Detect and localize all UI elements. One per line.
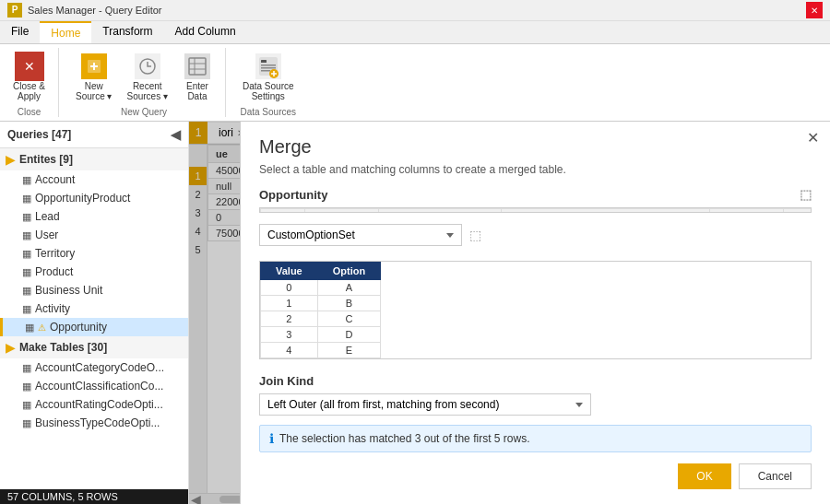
data-source-settings-label: Data SourceSettings [243, 81, 294, 101]
merge-table-1-container[interactable]: ue prioritycode new_customoptionset _cam… [259, 207, 812, 213]
sidebar-scroll[interactable]: ▶ Entites [9] ▦ Account ▦ OpportunityPro… [0, 148, 188, 489]
recent-sources-svg [138, 57, 157, 76]
merge-table-1: ue prioritycode new_customoptionset _cam… [260, 208, 812, 213]
tab-transform[interactable]: Transform [91, 21, 163, 43]
table-icon-business-unit: ▦ [22, 285, 31, 297]
enter-data-svg [187, 56, 208, 76]
customoptionset-dropdown[interactable]: CustomOptionSet [259, 224, 462, 246]
sidebar-group-entites-header[interactable]: ▶ Entites [9] [0, 148, 188, 170]
sidebar-item-user[interactable]: ▦ User [0, 226, 188, 244]
tab-home[interactable]: Home [40, 21, 91, 43]
merge-section-1-icon[interactable]: ⬚ [800, 187, 812, 202]
folder-icon-entites: ▶ [6, 152, 16, 167]
table-icon-account-rating: ▦ [22, 399, 31, 411]
folder-icon-make-tables: ▶ [6, 340, 16, 355]
sidebar-item-opportunity-label: Opportunity [50, 321, 107, 334]
sidebar-item-account-category[interactable]: ▦ AccountCategoryCodeO... [0, 358, 188, 377]
cancel-button[interactable]: Cancel [739, 463, 812, 489]
option-table-cell: 3 [261, 327, 318, 343]
option-table-cell: E [317, 343, 380, 358]
option-col-value[interactable]: Value [261, 263, 318, 280]
option-col-option[interactable]: Option [317, 263, 380, 280]
close-apply-icon [15, 52, 44, 81]
sidebar-item-product[interactable]: ▦ Product [0, 263, 188, 281]
data-source-settings-button[interactable]: Data SourceSettings [237, 48, 300, 105]
ok-button[interactable]: OK [678, 463, 730, 489]
sidebar-collapse-button[interactable]: ◀ [171, 127, 181, 142]
merge-section-1-label: Opportunity ⬚ [259, 187, 812, 202]
option-table-row[interactable]: 1B [261, 296, 381, 311]
ribbon-group-close-items: Close &Apply [7, 48, 51, 105]
sidebar-item-account-rating[interactable]: ▦ AccountRatingCodeOpti... [0, 395, 188, 414]
merge-col-campaignid[interactable]: _campaignid_value [502, 209, 710, 214]
new-source-svg [86, 58, 102, 75]
svg-rect-4 [189, 58, 206, 75]
option-table: Value Option 0A1B2C3D4E [260, 262, 381, 358]
merge-col-totalamount[interactable]: totalamount [709, 209, 783, 214]
close-group-label: Close [7, 107, 51, 117]
window-title: Sales Manager - Query Editor [28, 5, 162, 16]
option-table-cell: A [317, 280, 380, 296]
enter-data-button[interactable]: EnterData [177, 48, 218, 105]
ribbon-group-new-query: NewSource ▾ RecentSources ▾ EnterData [70, 48, 226, 117]
option-table-row[interactable]: 0A [261, 280, 381, 296]
merge-close-button[interactable]: ✕ [807, 129, 819, 147]
close-apply-icon-shape [17, 53, 42, 79]
info-icon: ℹ [269, 431, 274, 446]
merge-col-ue[interactable]: ue [261, 209, 305, 214]
join-kind-label: Join Kind [259, 374, 812, 388]
ds-settings-svg [257, 53, 279, 79]
sidebar-item-opportunity[interactable]: ▦ ⚠ Opportunity [0, 318, 188, 336]
merge-col-prioritycode[interactable]: prioritycode [304, 209, 379, 214]
sidebar-item-activity[interactable]: ▦ Activity [0, 299, 188, 318]
enter-data-icon [183, 52, 212, 81]
sidebar-group-make-tables-header[interactable]: ▶ Make Tables [30] [0, 336, 188, 358]
sidebar-status: 57 COLUMNS, 5 ROWS [0, 489, 188, 504]
svg-rect-12 [261, 70, 270, 72]
sidebar-item-opportunityproduct[interactable]: ▦ OpportunityProduct [0, 189, 188, 207]
recent-sources-label: RecentSources ▾ [126, 81, 167, 101]
sidebar-item-lead[interactable]: ▦ Lead [0, 207, 188, 226]
sidebar-item-business-type[interactable]: ▦ BusinessTypeCodeOpti... [0, 414, 188, 432]
close-apply-label: Close &Apply [13, 81, 45, 101]
merge-col-owning[interactable]: _owningbusine [783, 209, 812, 214]
recent-sources-button[interactable]: RecentSources ▾ [121, 48, 172, 105]
merge-panel: ✕ Merge Select a table and matching colu… [240, 122, 830, 504]
sidebar-item-account[interactable]: ▦ Account [0, 170, 188, 189]
sidebar-item-product-label: Product [35, 265, 73, 278]
tab-file[interactable]: File [0, 21, 40, 43]
close-apply-button[interactable]: Close &Apply [7, 48, 51, 105]
table-icon-opportunityproduct: ▦ [22, 193, 31, 205]
main-content: Queries [47] ◀ ▶ Entites [9] ▦ Account ▦… [0, 122, 830, 504]
option-table-cell: 1 [261, 296, 318, 311]
sidebar-item-territory[interactable]: ▦ Territory [0, 244, 188, 263]
title-bar: P Sales Manager - Query Editor ✕ [0, 0, 830, 21]
option-table-row[interactable]: 4E [261, 343, 381, 358]
new-query-group-label: New Query [70, 107, 218, 117]
merge-col-customoptionset[interactable]: new_customoptionset [379, 209, 502, 214]
table-icon-business-type: ▦ [22, 417, 31, 429]
sidebar-item-business-type-label: BusinessTypeCodeOpti... [35, 416, 160, 429]
ds-group-label: Data Sources [237, 107, 300, 117]
tab-add-column[interactable]: Add Column [164, 21, 247, 43]
merge-table-1-header: ue prioritycode new_customoptionset _cam… [261, 209, 812, 214]
merge-footer: OK Cancel [259, 463, 812, 489]
window-close-button[interactable]: ✕ [806, 2, 823, 18]
query-area: 1 iori ✕ 1 2 3 4 5 ue p [189, 122, 830, 504]
option-table-row[interactable]: 2C [261, 311, 381, 327]
sidebar-group-entites-label: Entites [9] [19, 153, 73, 166]
option-table-row[interactable]: 3D [261, 327, 381, 343]
ribbon: Close &Apply Close NewSource ▾ [0, 44, 830, 122]
merge-section-1-text: Opportunity [259, 188, 327, 202]
sidebar-item-business-unit[interactable]: ▦ Business Unit [0, 281, 188, 299]
table-icon-lead: ▦ [22, 211, 31, 223]
table-icon-account: ▦ [22, 174, 31, 186]
enter-data-icon-shape [184, 53, 210, 79]
option-table-container: Value Option 0A1B2C3D4E [259, 261, 812, 359]
new-source-button[interactable]: NewSource ▾ [70, 48, 117, 105]
dropdown-row: CustomOptionSet ⬚ [259, 224, 812, 246]
sidebar-item-account-classification[interactable]: ▦ AccountClassificationCo... [0, 377, 188, 395]
join-kind-dropdown[interactable]: Left Outer (all from first, matching fro… [259, 393, 591, 416]
merge-subtitle: Select a table and matching columns to c… [259, 163, 812, 176]
new-source-label: NewSource ▾ [76, 81, 112, 101]
